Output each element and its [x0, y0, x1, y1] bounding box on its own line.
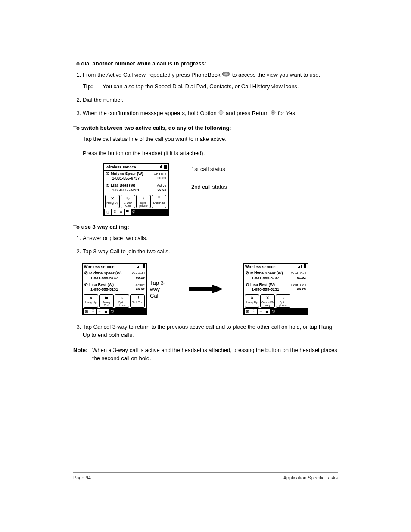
- speakerphone-button[interactable]: ♪Spkr-phone: [136, 195, 151, 208]
- svg-rect-20: [304, 265, 306, 268]
- bar-icon-4[interactable]: ≣: [264, 309, 270, 314]
- dialpad-icon: ⠿: [131, 296, 144, 301]
- bar-icon-1[interactable]: ⊞: [245, 309, 251, 314]
- svg-rect-16: [298, 267, 299, 268]
- battery-icon: [143, 264, 145, 269]
- bottom-bar-c: ⊞ ⠿ ≡ ≣ ✆: [244, 308, 308, 314]
- footer-right: Application Specific Tasks: [283, 475, 338, 480]
- hang-up-button[interactable]: ✕Hang Up: [105, 195, 120, 208]
- cancel-3way-button[interactable]: ✕Cancel 3-way: [260, 294, 275, 308]
- svg-rect-7: [165, 165, 166, 165]
- step-3: When the confirmation message appears, h…: [83, 109, 338, 118]
- phone-active-icon: ✆: [106, 183, 109, 187]
- bar-icon-2[interactable]: ⠿: [251, 309, 257, 314]
- screen-c-title-bar: Wireless service: [244, 264, 308, 270]
- speakerphone-button[interactable]: ♪Spkr-phone: [115, 294, 129, 308]
- bar-icon-3[interactable]: ≡: [118, 209, 124, 215]
- svg-rect-5: [160, 166, 161, 168]
- note-label: Note:: [73, 346, 92, 363]
- callout-2: 2nd call status: [171, 184, 227, 190]
- dial-pad-button[interactable]: ⠿Dial Pad: [152, 195, 166, 208]
- bar-icon-4[interactable]: ≣: [103, 309, 109, 314]
- a-c2-time: 00:02: [158, 188, 166, 192]
- bar-icon-3[interactable]: ≡: [258, 309, 264, 314]
- screen-c-title: Wireless service: [245, 264, 275, 269]
- bar-icon-2[interactable]: ⠿: [90, 309, 96, 314]
- step-1-text-after: to access the view you want to use.: [232, 72, 321, 78]
- three-way-icon: ⇆: [121, 196, 134, 201]
- screen-a-row: Wireless service ✆Midyne Spear (W) On Ho…: [103, 163, 338, 216]
- speakerphone-button[interactable]: ♪Spkr-phone: [276, 294, 290, 308]
- step-3a: When the confirmation message appears, h…: [83, 110, 218, 116]
- step-1: From the Active Call view, repeatedly pr…: [83, 71, 338, 91]
- bar-icon-4[interactable]: ≣: [125, 209, 131, 215]
- svg-rect-9: [137, 267, 138, 268]
- bar-icon-5[interactable]: ✆: [131, 209, 137, 215]
- a-c1-number: 1-831-555-6737: [112, 176, 140, 180]
- screen-b-title: Wireless service: [84, 264, 114, 269]
- c-call-2: ✆Lisa Best (W)Conf. Call 1-650-555-52310…: [244, 282, 308, 293]
- svg-rect-14: [189, 287, 212, 291]
- svg-rect-8: [164, 165, 167, 169]
- x-icon: ✕: [84, 296, 97, 301]
- signal-icon: [137, 264, 141, 269]
- phone-hold-icon: ✆: [106, 171, 109, 176]
- page: To dial another number while a call is i…: [0, 0, 411, 532]
- bar-icon-2[interactable]: ⠿: [112, 209, 118, 215]
- switch-opt-2: Press the button on the headset (if it i…: [73, 149, 338, 158]
- steps-dial-another: From the Active Call view, repeatedly pr…: [73, 71, 338, 118]
- hang-up-button[interactable]: ✕Hang Up: [84, 294, 98, 308]
- svg-marker-15: [212, 285, 223, 293]
- bar-icon-1[interactable]: ⊞: [105, 209, 111, 215]
- call-entry-2: ✆Lisa Best (W) Active 1-650-555-5231 00:…: [104, 182, 168, 194]
- a-c1-status: On Hold: [154, 172, 166, 176]
- step-2: Dial the number.: [83, 96, 338, 104]
- phone-conf-icon: ✆: [246, 271, 249, 275]
- three-way-icon: ⇆: [100, 296, 113, 301]
- speaker-icon: ♪: [277, 296, 290, 301]
- bar-icon-5[interactable]: ✆: [109, 309, 115, 314]
- heading-switch: To switch between two active calls, do a…: [73, 124, 338, 131]
- x-icon: ✕: [246, 296, 258, 301]
- button-row-b: ✕Hang Up ⇆3-way Call ♪Spkr-phone ⠿Dial P…: [83, 293, 146, 308]
- steps-3way-cont: Tap Cancel 3-way to return to the previo…: [73, 323, 338, 339]
- bottom-bar-b: ⊞ ⠿ ≡ ≣ ✆: [83, 308, 146, 314]
- a-c2-status: Active: [157, 184, 166, 187]
- callouts: 1st call status 2nd call status: [171, 166, 227, 190]
- bar-icon-3[interactable]: ≡: [97, 309, 103, 314]
- heading-3way: To use 3-way calling:: [73, 224, 338, 230]
- screen-a-title: Wireless service: [106, 165, 136, 169]
- bar-icon-5[interactable]: ✆: [271, 309, 277, 314]
- phone-hold-icon: ✆: [84, 271, 88, 275]
- x-icon: ✕: [261, 296, 274, 301]
- signal-icon: [159, 165, 163, 169]
- svg-rect-18: [301, 265, 302, 268]
- bar-icon-1[interactable]: ⊞: [84, 309, 90, 314]
- step-1-text-before: From the Active Call view, repeatedly pr…: [83, 72, 222, 78]
- step-3c: for Yes.: [278, 110, 296, 116]
- bottom-bar-a: ⊞ ⠿ ≡ ≣ ✆: [104, 209, 168, 215]
- return-icon: [270, 109, 276, 118]
- tip-label: Tip:: [83, 83, 103, 91]
- a-c2-name: Lisa Best (W): [111, 183, 135, 187]
- use-step-2: Tap 3-way Call to join the two calls.: [83, 248, 338, 256]
- phone-screen-c: Wireless service ✆Midyne Spear (W)Conf. …: [243, 263, 308, 315]
- x-icon: ✕: [106, 196, 119, 201]
- dial-pad-button[interactable]: ⠿Dial Pad: [130, 294, 145, 308]
- step-3b: and press Return: [226, 110, 270, 116]
- use-step-3: Tap Cancel 3-way to return to the previo…: [83, 323, 338, 339]
- hang-up-button[interactable]: ✕Hang Up: [245, 294, 259, 308]
- signal-icon: [298, 264, 302, 269]
- heading-dial-another: To dial another number while a call is i…: [73, 60, 338, 67]
- svg-rect-19: [304, 264, 306, 265]
- speaker-icon: ♪: [137, 196, 150, 201]
- three-way-call-button[interactable]: ⇆3-way Call: [121, 195, 135, 208]
- phone-conf-icon: ✆: [246, 283, 249, 287]
- three-way-call-button[interactable]: ⇆3-way Call: [99, 294, 114, 308]
- phonebook-icon: [222, 71, 230, 79]
- note-text: When a 3-way call is active and the head…: [92, 346, 338, 363]
- phone-active-icon: ✆: [84, 283, 88, 287]
- battery-icon: [304, 264, 306, 269]
- screens-bc-row: Wireless service ✆Midyne Spear (W)On Hol…: [82, 263, 338, 315]
- svg-point-2: [219, 110, 223, 115]
